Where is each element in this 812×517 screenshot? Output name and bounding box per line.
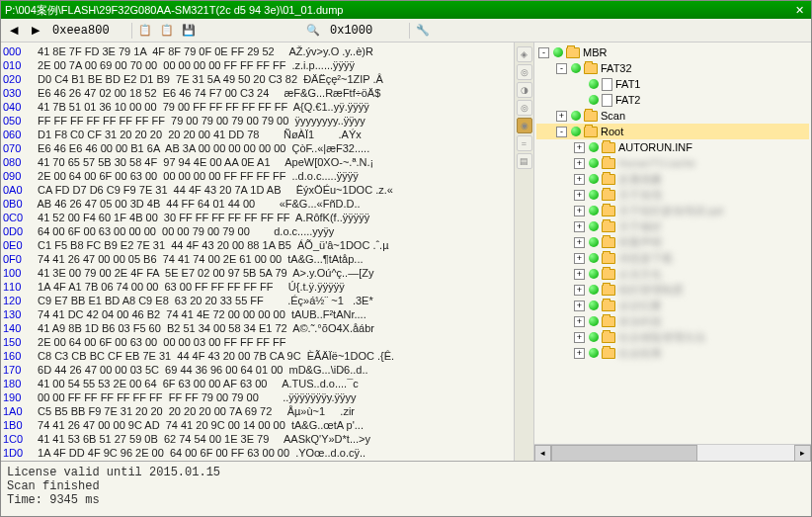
hex-row[interactable]: 0E0 C1 F5 B8 FC B9 E2 7E 31 44 4F 43 20 … — [3, 238, 512, 252]
hex-row[interactable]: 120 C9 E7 BB E1 BD A8 C9 E8 63 20 20 33 … — [3, 294, 512, 307]
side-tool-2[interactable]: ◑ — [517, 82, 532, 98]
expand-icon[interactable]: + — [574, 285, 585, 296]
hex-row[interactable]: 100 41 3E 00 79 00 2E 4F FA 5E E7 02 00 … — [3, 266, 512, 280]
horizontal-scrollbar[interactable]: ◂ ▸ — [534, 444, 811, 461]
hex-row[interactable]: 160 C8 C3 CB BC CF EB 7E 31 44 4F 43 20 … — [3, 349, 512, 363]
tree-node[interactable]: +郑重声明 — [536, 234, 809, 250]
tree-node[interactable]: +AUTORUN.INF — [536, 139, 809, 155]
paste-button[interactable]: 📋 — [158, 22, 176, 40]
side-tool-0[interactable]: ◈ — [517, 46, 532, 62]
tree-node[interactable]: -Root — [536, 124, 809, 139]
forward-button[interactable]: ▶ — [27, 22, 44, 40]
folder-icon — [602, 269, 615, 280]
hex-row[interactable]: 1D0 1A 4F DD 4F 9C 96 2E 00 64 00 6F 00 … — [3, 446, 512, 460]
folder-icon — [602, 158, 615, 169]
expand-icon[interactable]: + — [574, 269, 585, 280]
expand-icon[interactable]: - — [556, 127, 567, 137]
tree-node[interactable]: FAT2 — [536, 92, 809, 108]
tree-label: 反腐倡廉 — [618, 172, 662, 187]
hex-row[interactable]: 0B0 AB 46 26 47 05 00 3D 4B 44 FF 64 01 … — [3, 197, 512, 211]
file-tree[interactable]: -MBR-FAT32FAT1FAT2+Scan-Root+AUTORUN.INF… — [534, 43, 811, 444]
hex-row[interactable]: 180 41 00 54 55 53 2E 00 64 6F 63 00 00 … — [3, 377, 512, 390]
tree-node[interactable]: +关于组织参加培训.ppt — [536, 203, 809, 218]
hex-row[interactable]: 170 6D 44 26 47 00 00 03 5C 69 44 36 96 … — [3, 363, 512, 377]
expand-icon[interactable]: + — [574, 206, 585, 216]
hex-row[interactable]: 150 2E 00 64 00 6F 00 63 00 00 00 03 00 … — [3, 335, 512, 349]
back-button[interactable]: ◀ — [5, 22, 23, 40]
hex-view[interactable]: 000 41 8E 7F FD 3E 79 1A 4F 8F 79 0F 0E … — [1, 43, 515, 461]
hex-row[interactable]: 060 D1 F8 C0 CF 31 20 20 20 20 20 00 41 … — [3, 128, 512, 141]
tree-node[interactable]: +浏览器下载 — [536, 250, 809, 266]
hex-row[interactable]: 1C0 41 41 53 6B 51 27 59 0B 62 74 54 00 … — [3, 432, 512, 446]
close-icon[interactable]: ✕ — [791, 4, 807, 17]
hex-row[interactable]: 020 D0 C4 B1 BE BD E2 D1 B9 7E 31 5A 49 … — [3, 72, 512, 86]
hex-row[interactable]: 110 1A 4F A1 7B 06 74 00 00 63 00 FF FF … — [3, 280, 512, 294]
scroll-right-icon[interactable]: ▸ — [794, 445, 811, 462]
hex-row[interactable]: 010 2E 00 7A 00 69 00 70 00 00 00 00 00 … — [3, 58, 512, 72]
hex-row[interactable]: 000 41 8E 7F FD 3E 79 1A 4F 8F 79 0F 0E … — [3, 44, 512, 58]
hex-row[interactable]: 040 41 7B 51 01 36 10 00 00 79 00 FF FF … — [3, 100, 512, 114]
hex-row[interactable]: 140 41 A9 8B 1D B6 03 F5 60 B2 51 34 00 … — [3, 321, 512, 335]
tree-node[interactable]: +关于做好 — [536, 218, 809, 234]
copy-button[interactable]: 📋 — [136, 22, 154, 40]
hex-row[interactable]: 0F0 74 41 26 47 00 00 05 B6 74 41 74 00 … — [3, 252, 512, 266]
tree-node[interactable]: +关于加强 — [536, 187, 809, 203]
tree-node[interactable]: +会议纪要 — [536, 298, 809, 313]
hex-row[interactable]: 190 00 00 FF FF FF FF FF FF FF FF 79 00 … — [3, 390, 512, 404]
save-button[interactable]: 💾 — [180, 22, 198, 40]
expand-icon[interactable]: + — [574, 332, 585, 343]
separator — [131, 23, 132, 39]
expand-icon[interactable]: + — [574, 174, 585, 185]
tree-node[interactable]: +组织管理制度 — [536, 282, 809, 298]
tree-node[interactable]: +社会统筹 — [536, 345, 809, 361]
hex-row[interactable]: 080 41 70 65 57 5B 30 58 4F 97 94 4E 00 … — [3, 155, 512, 169]
status-dot-icon — [553, 47, 563, 57]
hex-row[interactable]: 1A0 C5 B5 BB F9 7E 31 20 20 20 20 20 00 … — [3, 404, 512, 418]
address-left[interactable]: 0xeea800 — [48, 23, 127, 39]
tree-node[interactable]: -FAT32 — [536, 60, 809, 76]
expand-icon[interactable]: + — [574, 142, 585, 153]
tree-node[interactable]: +农业科技 — [536, 313, 809, 329]
tree-node[interactable]: +社会保险管理办法 — [536, 329, 809, 345]
tree-node[interactable]: +反腐倡廉 — [536, 171, 809, 187]
expand-icon[interactable]: + — [574, 190, 585, 201]
status-dot-icon — [589, 79, 599, 89]
address-right[interactable]: 0x1000 — [326, 23, 405, 39]
expand-icon[interactable]: + — [574, 301, 585, 311]
tree-node[interactable]: FAT1 — [536, 76, 809, 92]
scroll-thumb[interactable] — [551, 445, 697, 462]
expand-icon[interactable]: + — [574, 237, 585, 248]
hex-row[interactable]: 090 2E 00 64 00 6F 00 63 00 00 00 00 00 … — [3, 169, 512, 183]
hex-row[interactable]: 130 74 41 DC 42 04 00 46 B2 74 41 4E 72 … — [3, 307, 512, 321]
tree-node[interactable]: +企业文化 — [536, 266, 809, 282]
tree-node[interactable]: +HunanTV.cache — [536, 155, 809, 171]
hex-row[interactable]: 0D0 64 00 6F 00 63 00 00 00 00 00 79 00 … — [3, 224, 512, 238]
side-tool-6[interactable]: ▤ — [517, 153, 532, 169]
hex-row[interactable]: 0A0 CA FD D7 D6 C9 F9 7E 31 44 4F 43 20 … — [3, 183, 512, 197]
expand-icon[interactable]: - — [538, 47, 549, 58]
hex-row[interactable]: 070 E6 46 E6 46 00 00 B1 6A AB 3A 00 00 … — [3, 141, 512, 155]
side-tool-5[interactable]: = — [517, 135, 532, 151]
expand-icon[interactable]: + — [574, 253, 585, 264]
expand-icon[interactable]: + — [574, 221, 585, 232]
tree-node[interactable]: -MBR — [536, 44, 809, 60]
hex-row[interactable]: 1B0 74 41 26 47 00 00 9C AD 74 41 20 9C … — [3, 418, 512, 432]
hex-row[interactable]: 0C0 41 52 00 F4 60 1F 4B 00 30 FF FF FF … — [3, 211, 512, 224]
hex-row[interactable]: 050 FF FF FF FF FF FF FF FF 79 00 79 00 … — [3, 114, 512, 128]
scroll-track[interactable] — [551, 445, 794, 462]
expand-icon[interactable]: + — [574, 316, 585, 327]
side-tool-3[interactable]: ◎ — [517, 100, 532, 116]
expand-icon[interactable]: + — [574, 348, 585, 359]
side-tool-1[interactable]: ◎ — [517, 64, 532, 80]
expand-icon[interactable]: + — [574, 158, 585, 169]
scroll-left-icon[interactable]: ◂ — [534, 445, 551, 462]
status-dot-icon — [589, 190, 599, 200]
find-icon[interactable]: 🔍 — [304, 22, 322, 40]
tool-button[interactable]: 🔧 — [414, 22, 432, 40]
side-tool-4[interactable]: ◉ — [517, 118, 532, 133]
hex-row[interactable]: 030 E6 46 26 47 02 00 18 52 E6 46 74 F7 … — [3, 86, 512, 100]
folder-icon — [602, 206, 615, 216]
expand-icon[interactable]: + — [556, 111, 567, 122]
tree-node[interactable]: +Scan — [536, 108, 809, 124]
expand-icon[interactable]: - — [556, 63, 567, 74]
